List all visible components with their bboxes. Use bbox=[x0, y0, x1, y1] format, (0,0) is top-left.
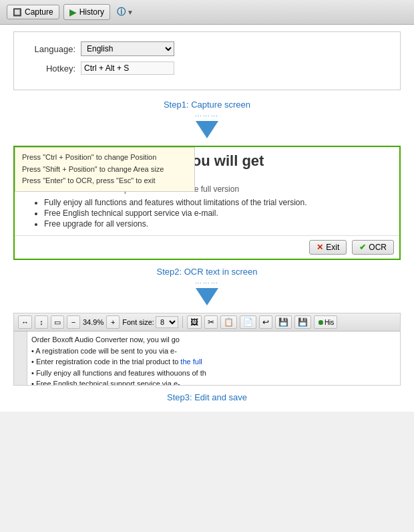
exit-label: Exit bbox=[326, 243, 339, 252]
editor-panel: ↔ ↕ ▭ − 34.9% + Font size: 8 bbox=[13, 313, 401, 386]
arrow-dots-1: ⋯⋯⋯ bbox=[13, 112, 401, 120]
hotkey-input[interactable] bbox=[81, 61, 174, 75]
step2-section: Step2: OCR text in screen bbox=[13, 267, 401, 277]
exit-button[interactable]: ✕ Exit bbox=[309, 240, 347, 255]
help-icon: ⓘ bbox=[117, 6, 126, 18]
zoom-in-icon: + bbox=[111, 318, 115, 326]
copy-icon: 📋 bbox=[224, 317, 234, 327]
down-arrow-icon-2 bbox=[196, 288, 218, 307]
history-button[interactable]: ▶ History bbox=[63, 4, 110, 20]
copy-btn[interactable]: 📋 bbox=[220, 315, 237, 329]
step3-section: Step3: Edit and save bbox=[13, 392, 401, 402]
history-ed-icon: ⏺ bbox=[317, 318, 325, 326]
bullet-1: Fully enjoy all functions and features w… bbox=[44, 198, 390, 207]
zoom-value: 34.9% bbox=[83, 318, 104, 326]
bullet-3: Free upgrade for all versions. bbox=[44, 219, 390, 229]
help-button[interactable]: ⓘ ▼ bbox=[114, 5, 136, 19]
cut-icon: ✂ bbox=[208, 317, 214, 327]
font-size-label: Font size: bbox=[122, 318, 154, 326]
paste-btn[interactable]: 📄 bbox=[240, 315, 256, 329]
step1-section: Step1: Capture screen bbox=[13, 100, 401, 110]
editor-ruler bbox=[14, 331, 27, 385]
page-view-btn[interactable]: ▭ bbox=[51, 315, 64, 329]
paste-icon: 📄 bbox=[243, 317, 253, 327]
zoom-out-icon: − bbox=[71, 318, 75, 326]
tooltip-box: Press "Ctrl + Position" to change Positi… bbox=[15, 147, 195, 192]
language-label: Language: bbox=[27, 44, 81, 54]
history-label: History bbox=[79, 7, 104, 17]
help-arrow: ▼ bbox=[127, 9, 134, 16]
svg-marker-0 bbox=[196, 121, 218, 138]
settings-panel: Language: EnglishFrenchGermanSpanishChin… bbox=[13, 31, 401, 90]
save-btn[interactable]: 💾 bbox=[275, 315, 292, 329]
fit-width-icon: ↔ bbox=[21, 318, 29, 326]
page-icon: ▭ bbox=[54, 318, 61, 327]
font-size-group: Font size: 8 bbox=[122, 316, 178, 328]
history-ed-btn[interactable]: ⏺ His bbox=[314, 315, 337, 329]
text-line-4: • Fully enjoy all functions and features… bbox=[31, 368, 396, 379]
capture-area: Press "Ctrl + Position" to change Positi… bbox=[13, 146, 401, 260]
blue-text: the full bbox=[180, 358, 202, 366]
separator-1 bbox=[182, 316, 183, 328]
hotkey-row: Hotkey: bbox=[27, 61, 387, 75]
step3-label: Step3: Edit and save bbox=[167, 392, 247, 402]
down-arrow-icon-1 bbox=[196, 121, 218, 140]
capture-icon: 🔲 bbox=[13, 8, 22, 17]
hotkey-label: Hotkey: bbox=[27, 63, 81, 74]
fit-height-btn[interactable]: ↕ bbox=[35, 315, 48, 329]
ocr-icon: ✔ bbox=[359, 243, 366, 252]
capture-bullets: Fully enjoy all functions and features w… bbox=[24, 198, 390, 229]
text-line-2: • A registration code will be sent to yo… bbox=[31, 346, 396, 357]
bullet-2: Free English technical support service v… bbox=[44, 209, 390, 218]
zoom-in-btn[interactable]: + bbox=[106, 315, 120, 329]
ocr-label: OCR bbox=[369, 243, 387, 252]
language-select[interactable]: EnglishFrenchGermanSpanishChinese bbox=[81, 41, 174, 56]
image-btn[interactable]: 🖼 bbox=[187, 315, 202, 329]
ocr-button[interactable]: ✔ OCR bbox=[352, 240, 394, 255]
exit-icon: ✕ bbox=[317, 243, 323, 252]
editor-content: Order Boxoft Audio Converter now, you wi… bbox=[14, 331, 400, 385]
history-icon: ▶ bbox=[69, 7, 77, 17]
history-ed-label: His bbox=[325, 319, 334, 326]
main-content: Language: EnglishFrenchGermanSpanishChin… bbox=[0, 25, 414, 412]
tooltip-line2: Press "Shift + Position" to change Area … bbox=[22, 164, 188, 176]
fit-height-icon: ↕ bbox=[39, 318, 43, 326]
fit-width-btn[interactable]: ↔ bbox=[18, 315, 32, 329]
step1-label: Step1: Capture screen bbox=[164, 100, 250, 110]
save-icon: 💾 bbox=[278, 317, 288, 327]
zoom-display: 34.9% bbox=[83, 318, 104, 326]
arrow-down-2 bbox=[13, 288, 401, 307]
capture-actions: ✕ Exit ✔ OCR bbox=[15, 235, 399, 259]
arrow-down-1 bbox=[13, 121, 401, 140]
zoom-out-btn[interactable]: − bbox=[67, 315, 80, 329]
arrow-dots-2: ⋯⋯⋯ bbox=[13, 279, 401, 287]
svg-marker-2 bbox=[196, 288, 218, 305]
cut-btn[interactable]: ✂ bbox=[204, 315, 218, 329]
text-line-1: Order Boxoft Audio Converter now, you wi… bbox=[31, 334, 396, 346]
text-line-5: • Free English technical support service… bbox=[31, 378, 396, 385]
editor-toolbar: ↔ ↕ ▭ − 34.9% + Font size: 8 bbox=[14, 313, 400, 331]
undo-icon: ↩ bbox=[262, 317, 269, 327]
language-row: Language: EnglishFrenchGermanSpanishChin… bbox=[27, 41, 387, 56]
toolbar: 🔲 Capture ▶ History ⓘ ▼ bbox=[0, 0, 414, 25]
capture-button[interactable]: 🔲 Capture bbox=[7, 5, 59, 19]
text-line-3: • Enter registration code in the trial p… bbox=[31, 356, 396, 368]
save-as-btn[interactable]: 💾 bbox=[294, 315, 311, 329]
capture-label: Capture bbox=[25, 7, 53, 17]
step2-label: Step2: OCR text in screen bbox=[156, 267, 257, 277]
editor-text[interactable]: Order Boxoft Audio Converter now, you wi… bbox=[27, 331, 400, 385]
image-icon: 🖼 bbox=[190, 317, 198, 327]
font-size-select[interactable]: 8 bbox=[156, 316, 178, 328]
tooltip-line1: Press "Ctrl + Position" to change Positi… bbox=[22, 152, 188, 164]
tooltip-line3: Press "Enter" to OCR, press "Esc" to exi… bbox=[22, 175, 188, 187]
save-as-icon: 💾 bbox=[298, 317, 308, 327]
undo-btn[interactable]: ↩ bbox=[259, 315, 272, 329]
